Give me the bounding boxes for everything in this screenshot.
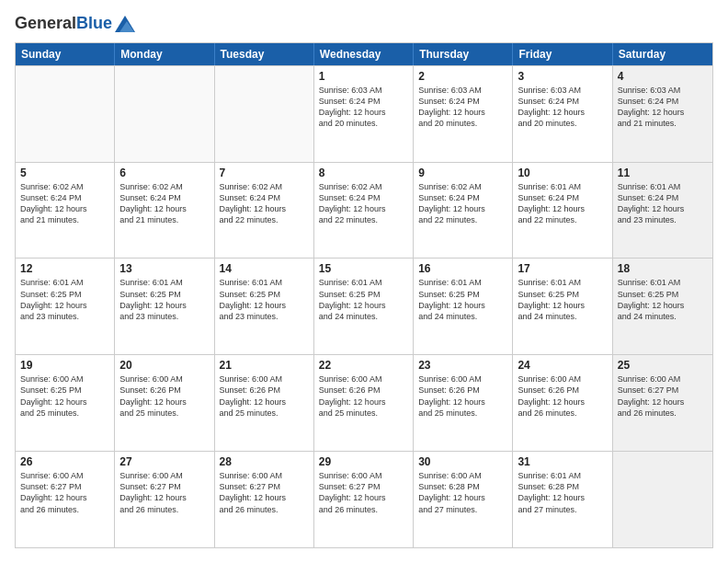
header-day-saturday: Saturday	[613, 43, 712, 65]
header-day-sunday: Sunday	[16, 43, 115, 65]
day-info: Sunrise: 6:00 AM Sunset: 6:27 PM Dayligh…	[119, 470, 209, 515]
day-number: 29	[319, 455, 408, 468]
day-number: 21	[220, 359, 309, 372]
day-number: 12	[20, 262, 109, 275]
calendar-row-3: 19Sunrise: 6:00 AM Sunset: 6:25 PM Dayli…	[16, 354, 712, 451]
logo: GeneralBlue	[15, 15, 135, 33]
calendar-cell: 24Sunrise: 6:00 AM Sunset: 6:26 PM Dayli…	[513, 355, 612, 451]
day-number: 27	[119, 455, 209, 468]
calendar-cell	[613, 452, 712, 547]
day-number: 22	[319, 359, 408, 372]
calendar-cell: 23Sunrise: 6:00 AM Sunset: 6:26 PM Dayli…	[414, 355, 513, 451]
day-info: Sunrise: 6:01 AM Sunset: 6:25 PM Dayligh…	[20, 277, 109, 322]
day-info: Sunrise: 6:00 AM Sunset: 6:28 PM Dayligh…	[418, 470, 507, 515]
calendar-cell: 19Sunrise: 6:00 AM Sunset: 6:25 PM Dayli…	[16, 355, 115, 451]
calendar-cell: 14Sunrise: 6:01 AM Sunset: 6:25 PM Dayli…	[215, 259, 314, 354]
day-info: Sunrise: 6:00 AM Sunset: 6:27 PM Dayligh…	[220, 470, 309, 515]
calendar-cell: 30Sunrise: 6:00 AM Sunset: 6:28 PM Dayli…	[414, 452, 513, 547]
calendar-cell: 28Sunrise: 6:00 AM Sunset: 6:27 PM Dayli…	[215, 452, 314, 547]
header-day-tuesday: Tuesday	[215, 43, 314, 65]
calendar-cell: 26Sunrise: 6:00 AM Sunset: 6:27 PM Dayli…	[16, 452, 115, 547]
logo-blue-text: Blue	[76, 14, 112, 32]
day-number: 1	[319, 70, 408, 83]
calendar-cell: 10Sunrise: 6:01 AM Sunset: 6:24 PM Dayli…	[513, 163, 612, 259]
calendar-cell: 4Sunrise: 6:03 AM Sunset: 6:24 PM Daylig…	[613, 66, 712, 162]
logo-text-block: GeneralBlue	[15, 15, 112, 33]
calendar-header: SundayMondayTuesdayWednesdayThursdayFrid…	[16, 43, 712, 65]
day-info: Sunrise: 6:00 AM Sunset: 6:26 PM Dayligh…	[220, 373, 309, 419]
day-info: Sunrise: 6:01 AM Sunset: 6:25 PM Dayligh…	[220, 277, 309, 322]
calendar-cell: 2Sunrise: 6:03 AM Sunset: 6:24 PM Daylig…	[414, 66, 513, 162]
calendar-cell: 8Sunrise: 6:02 AM Sunset: 6:24 PM Daylig…	[314, 163, 414, 259]
day-info: Sunrise: 6:03 AM Sunset: 6:24 PM Dayligh…	[618, 85, 708, 130]
calendar-cell: 5Sunrise: 6:02 AM Sunset: 6:24 PM Daylig…	[16, 163, 115, 259]
header-day-friday: Friday	[513, 43, 612, 65]
day-number: 19	[20, 359, 109, 372]
day-number: 24	[518, 359, 607, 372]
logo-general-text: General	[15, 14, 76, 32]
day-number: 5	[20, 167, 109, 179]
header-day-wednesday: Wednesday	[314, 43, 414, 65]
day-info: Sunrise: 6:00 AM Sunset: 6:27 PM Dayligh…	[618, 373, 708, 419]
calendar-cell: 6Sunrise: 6:02 AM Sunset: 6:24 PM Daylig…	[115, 163, 214, 259]
day-info: Sunrise: 6:01 AM Sunset: 6:24 PM Dayligh…	[618, 181, 708, 226]
day-number: 13	[119, 262, 209, 275]
calendar-cell: 18Sunrise: 6:01 AM Sunset: 6:25 PM Dayli…	[613, 259, 712, 354]
day-info: Sunrise: 6:02 AM Sunset: 6:24 PM Dayligh…	[20, 181, 109, 226]
day-number: 31	[518, 455, 607, 468]
day-number: 30	[418, 455, 507, 468]
calendar-cell	[115, 66, 214, 162]
day-info: Sunrise: 6:00 AM Sunset: 6:26 PM Dayligh…	[319, 373, 408, 419]
calendar-cell: 13Sunrise: 6:01 AM Sunset: 6:25 PM Dayli…	[115, 259, 214, 354]
day-number: 9	[418, 167, 507, 179]
calendar-row-4: 26Sunrise: 6:00 AM Sunset: 6:27 PM Dayli…	[16, 451, 712, 547]
calendar-cell: 17Sunrise: 6:01 AM Sunset: 6:25 PM Dayli…	[513, 259, 612, 354]
day-info: Sunrise: 6:01 AM Sunset: 6:25 PM Dayligh…	[418, 277, 507, 322]
calendar-row-2: 12Sunrise: 6:01 AM Sunset: 6:25 PM Dayli…	[16, 258, 712, 354]
day-info: Sunrise: 6:03 AM Sunset: 6:24 PM Dayligh…	[518, 85, 607, 130]
calendar-cell: 16Sunrise: 6:01 AM Sunset: 6:25 PM Dayli…	[414, 259, 513, 354]
calendar-cell: 9Sunrise: 6:02 AM Sunset: 6:24 PM Daylig…	[414, 163, 513, 259]
header-day-thursday: Thursday	[414, 43, 513, 65]
day-number: 26	[20, 455, 109, 468]
day-number: 2	[418, 70, 507, 83]
day-number: 18	[618, 262, 708, 275]
day-info: Sunrise: 6:01 AM Sunset: 6:25 PM Dayligh…	[319, 277, 408, 322]
day-info: Sunrise: 6:03 AM Sunset: 6:24 PM Dayligh…	[418, 85, 507, 130]
day-info: Sunrise: 6:00 AM Sunset: 6:25 PM Dayligh…	[20, 373, 109, 419]
calendar-cell: 1Sunrise: 6:03 AM Sunset: 6:24 PM Daylig…	[314, 66, 414, 162]
day-info: Sunrise: 6:00 AM Sunset: 6:27 PM Dayligh…	[20, 470, 109, 515]
day-number: 8	[319, 167, 408, 179]
day-info: Sunrise: 6:00 AM Sunset: 6:26 PM Dayligh…	[119, 373, 209, 419]
day-info: Sunrise: 6:00 AM Sunset: 6:26 PM Dayligh…	[418, 373, 507, 419]
calendar-cell: 31Sunrise: 6:01 AM Sunset: 6:28 PM Dayli…	[513, 452, 612, 547]
day-number: 4	[618, 70, 708, 83]
day-number: 11	[618, 167, 708, 179]
day-number: 10	[518, 167, 607, 179]
calendar-cell: 12Sunrise: 6:01 AM Sunset: 6:25 PM Dayli…	[16, 259, 115, 354]
calendar-cell: 29Sunrise: 6:00 AM Sunset: 6:27 PM Dayli…	[314, 452, 414, 547]
calendar: SundayMondayTuesdayWednesdayThursdayFrid…	[15, 42, 713, 548]
calendar-cell: 11Sunrise: 6:01 AM Sunset: 6:24 PM Dayli…	[613, 163, 712, 259]
calendar-cell: 25Sunrise: 6:00 AM Sunset: 6:27 PM Dayli…	[613, 355, 712, 451]
calendar-cell: 15Sunrise: 6:01 AM Sunset: 6:25 PM Dayli…	[314, 259, 414, 354]
page: GeneralBlue SundayMondayTuesdayWednesday…	[0, 0, 728, 563]
day-info: Sunrise: 6:00 AM Sunset: 6:27 PM Dayligh…	[319, 470, 408, 515]
calendar-row-1: 5Sunrise: 6:02 AM Sunset: 6:24 PM Daylig…	[16, 162, 712, 259]
day-info: Sunrise: 6:01 AM Sunset: 6:25 PM Dayligh…	[618, 277, 708, 322]
header-day-monday: Monday	[115, 43, 214, 65]
calendar-cell: 27Sunrise: 6:00 AM Sunset: 6:27 PM Dayli…	[115, 452, 214, 547]
calendar-body: 1Sunrise: 6:03 AM Sunset: 6:24 PM Daylig…	[16, 65, 712, 547]
calendar-row-0: 1Sunrise: 6:03 AM Sunset: 6:24 PM Daylig…	[16, 65, 712, 162]
day-number: 28	[220, 455, 309, 468]
day-number: 15	[319, 262, 408, 275]
day-number: 14	[220, 262, 309, 275]
day-info: Sunrise: 6:03 AM Sunset: 6:24 PM Dayligh…	[319, 85, 408, 130]
day-info: Sunrise: 6:02 AM Sunset: 6:24 PM Dayligh…	[319, 181, 408, 226]
calendar-cell: 21Sunrise: 6:00 AM Sunset: 6:26 PM Dayli…	[215, 355, 314, 451]
day-number: 25	[618, 359, 708, 372]
day-info: Sunrise: 6:02 AM Sunset: 6:24 PM Dayligh…	[418, 181, 507, 226]
day-info: Sunrise: 6:02 AM Sunset: 6:24 PM Dayligh…	[119, 181, 209, 226]
calendar-cell: 3Sunrise: 6:03 AM Sunset: 6:24 PM Daylig…	[513, 66, 612, 162]
day-info: Sunrise: 6:01 AM Sunset: 6:28 PM Dayligh…	[518, 470, 607, 515]
